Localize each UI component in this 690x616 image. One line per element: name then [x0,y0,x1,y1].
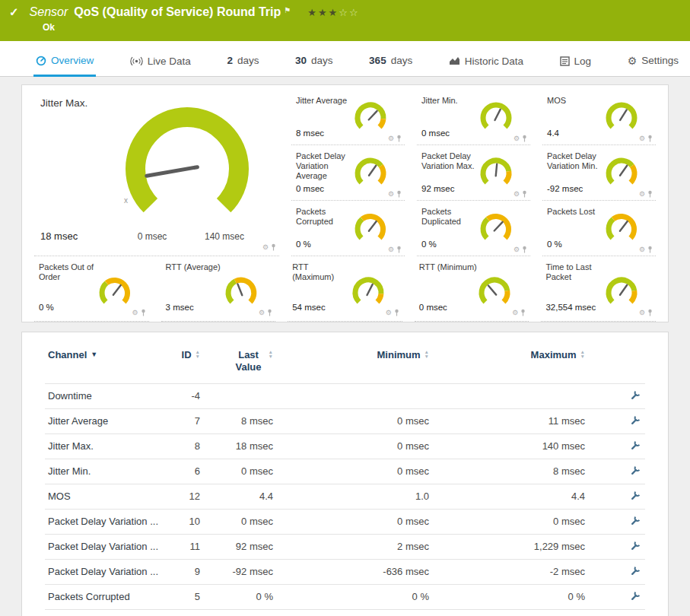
pin-icon[interactable] [520,309,526,316]
channel-settings-icon[interactable] [631,440,641,450]
pin-icon[interactable] [394,309,399,316]
table-row-jitter-average-7[interactable]: Jitter Average78 msec0 msec11 msec [45,408,645,433]
channel-name[interactable]: Jitter Max. [45,433,174,459]
channel-name[interactable]: Packets Duplicated [45,609,174,616]
column-header-id[interactable]: ID▲▼ [174,346,212,383]
gear-icon[interactable]: ⚙ [514,135,520,142]
gear-icon[interactable]: ⚙ [386,310,392,316]
table-row-downtime--4[interactable]: Downtime-4 [45,383,645,408]
pin-icon[interactable] [647,190,653,198]
gauge-time-to-last-packet[interactable]: Time to Last Packet32,554 msec⚙ [541,256,656,322]
gear-icon[interactable]: ⚙ [514,246,520,253]
table-row-packets-corrupted-5[interactable]: Packets Corrupted50 %0 %0 % [45,584,645,609]
gear-icon[interactable]: ⚙ [262,244,269,251]
pin-icon[interactable] [271,243,276,251]
channel-settings-icon[interactable] [631,516,641,526]
channel-settings-icon[interactable] [631,465,641,475]
tab-settings[interactable]: ⚙Settings [625,56,681,77]
pin-icon[interactable] [267,309,272,316]
pin-icon[interactable] [396,190,402,198]
table-row-packet-delay-variation-9[interactable]: Packet Delay Variation ...9-92 msec-636 … [45,559,645,584]
channel-name[interactable]: Packet Delay Variation ... [45,559,174,584]
gauge-mos[interactable]: MOS4.4⚙ [542,90,656,145]
channel-settings-icon[interactable] [631,541,641,551]
channel-settings-icon[interactable] [631,390,641,400]
star-filled-icon[interactable]: ★ [318,7,329,18]
table-row-jitter-max-8[interactable]: Jitter Max.818 msec0 msec140 msec [45,433,645,459]
pin-icon[interactable] [141,309,146,316]
flag-icon[interactable]: ⚑ [284,6,291,14]
sort-icon[interactable]: ▲▼ [424,350,429,358]
pin-icon[interactable] [647,309,653,316]
tab-historic-data[interactable]: Historic Data [447,56,526,78]
gauge-packets-lost[interactable]: Packets Lost0 %⚙ [542,201,656,256]
star-filled-icon[interactable]: ★ [307,7,318,18]
gear-icon[interactable]: ⚙ [259,310,265,316]
gauge-rtt-average[interactable]: RTT (Average)3 msec⚙ [161,256,276,322]
pin-icon[interactable] [522,246,527,253]
pin-icon[interactable] [396,246,402,253]
column-header-maximum[interactable]: Maximum▲▼ [452,346,608,383]
column-header-minimum[interactable]: Minimum▲▼ [296,346,452,383]
channel-settings-icon[interactable] [631,491,641,500]
tab-log[interactable]: Log [558,56,594,78]
gear-icon[interactable]: ⚙ [388,191,394,198]
star-empty-icon[interactable]: ☆ [339,7,349,18]
gear-icon[interactable]: ⚙ [639,246,645,253]
channel-name[interactable]: Packet Delay Variation ... [45,509,174,534]
pin-icon[interactable] [396,135,402,142]
gauge-packet-delay-variation-max[interactable]: Packet Delay Variation Max.92 msec⚙ [417,145,530,201]
tab-overview[interactable]: Overview [33,56,96,77]
table-row-packet-delay-variation-11[interactable]: Packet Delay Variation ...1192 msec2 mse… [45,534,645,559]
sort-icon[interactable]: ▼ [91,351,97,358]
gauge-packets-corrupted[interactable]: Packets Corrupted0 %⚙ [291,201,405,256]
gear-icon[interactable]: ⚙ [388,135,394,142]
gear-icon[interactable]: ⚙ [512,310,518,316]
gauge-packet-delay-variation-average[interactable]: Packet Delay Variation Average0 msec⚙ [291,145,405,201]
channel-name[interactable]: Downtime [45,383,174,408]
gear-icon[interactable]: ⚙ [514,191,520,198]
channel-settings-icon[interactable] [631,566,641,576]
pin-icon[interactable] [522,190,527,198]
gauge-jitter-min[interactable]: Jitter Min.0 msec⚙ [417,90,530,145]
channel-name[interactable]: Jitter Min. [45,459,174,484]
star-filled-icon[interactable]: ★ [329,7,339,18]
gauge-bottom-row: Packets Out of Order0 %⚙RTT (Average)3 m… [28,256,662,322]
gear-icon[interactable]: ⚙ [388,246,394,253]
star-empty-icon[interactable]: ☆ [349,7,360,18]
gauge-jitter-average[interactable]: Jitter Average8 msec⚙ [291,90,405,145]
gauge-rtt-minimum[interactable]: RTT (Minimum)0 msec⚙ [415,256,529,322]
gauge-packets-out-of-order[interactable]: Packets Out of Order0 %⚙ [34,256,149,322]
gear-icon[interactable]: ⚙ [639,135,645,142]
table-row-packets-duplicated-4[interactable]: Packets Duplicated40 %0 %0 % [45,609,645,616]
tab-30-days[interactable]: 30days [293,55,335,77]
tab-365-days[interactable]: 365days [367,55,415,77]
pin-icon[interactable] [647,135,653,142]
gauge-packet-delay-variation-min[interactable]: Packet Delay Variation Min.-92 msec⚙ [542,145,656,201]
gear-icon[interactable]: ⚙ [132,310,138,316]
table-row-mos-12[interactable]: MOS124.41.04.4 [45,484,645,509]
column-header-channel[interactable]: Channel▼ [45,346,174,383]
gear-icon[interactable]: ⚙ [639,191,645,198]
gauge-label: Packets Corrupted [296,207,353,227]
gear-icon[interactable]: ⚙ [639,310,645,316]
column-header-last-value[interactable]: Last Value▲▼ [212,346,296,383]
gauge-packets-duplicated[interactable]: Packets Duplicated0 %⚙ [417,201,530,256]
table-row-jitter-min-6[interactable]: Jitter Min.60 msec0 msec8 msec [45,459,645,484]
tab-2-days[interactable]: 2days [224,55,261,77]
channel-name[interactable]: Packets Corrupted [45,584,174,609]
channel-settings-icon[interactable] [631,591,641,601]
sort-icon[interactable]: ▲▼ [269,350,273,358]
sort-icon[interactable]: ▲▼ [580,350,585,358]
tab-live-data[interactable]: Live Data [128,56,193,78]
table-row-packet-delay-variation-10[interactable]: Packet Delay Variation ...100 msec0 msec… [45,509,645,534]
pin-icon[interactable] [647,246,653,253]
sort-icon[interactable]: ▲▼ [196,350,200,358]
gauge-rtt-maximum[interactable]: RTT (Maximum)54 msec⚙ [288,256,402,322]
channel-name[interactable]: Jitter Average [45,408,174,433]
gauge-jitter-max-primary[interactable]: Jitter Max. x 18 msec 0 msec 140 msec ⚙ [34,90,279,256]
pin-icon[interactable] [522,135,527,142]
channel-name[interactable]: Packet Delay Variation ... [45,534,174,559]
channel-name[interactable]: MOS [45,484,174,509]
channel-settings-icon[interactable] [631,415,641,425]
